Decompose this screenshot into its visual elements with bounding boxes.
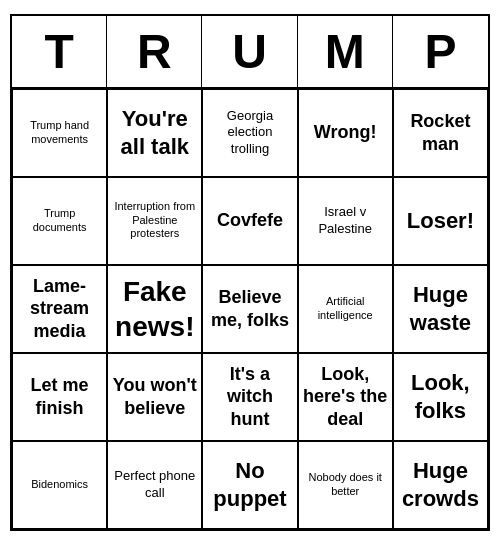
- cell-r3-c1: You won't believe: [107, 353, 202, 441]
- cell-r2-c3: Artificial intelligence: [298, 265, 393, 353]
- bingo-card: TRUMP Trump hand movementsYou're all tal…: [10, 14, 490, 531]
- header-letter: R: [107, 16, 202, 87]
- cell-r4-c1: Perfect phone call: [107, 441, 202, 529]
- header-letter: U: [202, 16, 297, 87]
- header-letter: T: [12, 16, 107, 87]
- cell-r2-c4: Huge waste: [393, 265, 488, 353]
- cell-r0-c0: Trump hand movements: [12, 89, 107, 177]
- cell-r3-c4: Look, folks: [393, 353, 488, 441]
- header-letter: M: [298, 16, 393, 87]
- cell-r3-c2: It's a witch hunt: [202, 353, 297, 441]
- cell-r0-c2: Georgia election trolling: [202, 89, 297, 177]
- cell-r1-c3: Israel v Palestine: [298, 177, 393, 265]
- cell-r0-c4: Rocket man: [393, 89, 488, 177]
- cell-r2-c2: Believe me, folks: [202, 265, 297, 353]
- cell-r2-c1: Fake news!: [107, 265, 202, 353]
- cell-r1-c0: Trump documents: [12, 177, 107, 265]
- cell-r4-c3: Nobody does it better: [298, 441, 393, 529]
- cell-r4-c4: Huge crowds: [393, 441, 488, 529]
- cell-r1-c4: Loser!: [393, 177, 488, 265]
- cell-r1-c2: Covfefe: [202, 177, 297, 265]
- bingo-header: TRUMP: [12, 16, 488, 89]
- cell-r2-c0: Lame-stream media: [12, 265, 107, 353]
- cell-r3-c3: Look, here's the deal: [298, 353, 393, 441]
- cell-r4-c0: Bidenomics: [12, 441, 107, 529]
- bingo-grid: Trump hand movementsYou're all talkGeorg…: [12, 89, 488, 529]
- cell-r3-c0: Let me finish: [12, 353, 107, 441]
- header-letter: P: [393, 16, 488, 87]
- cell-r1-c1: Interruption from Palestine protesters: [107, 177, 202, 265]
- cell-r4-c2: No puppet: [202, 441, 297, 529]
- cell-r0-c1: You're all talk: [107, 89, 202, 177]
- cell-r0-c3: Wrong!: [298, 89, 393, 177]
